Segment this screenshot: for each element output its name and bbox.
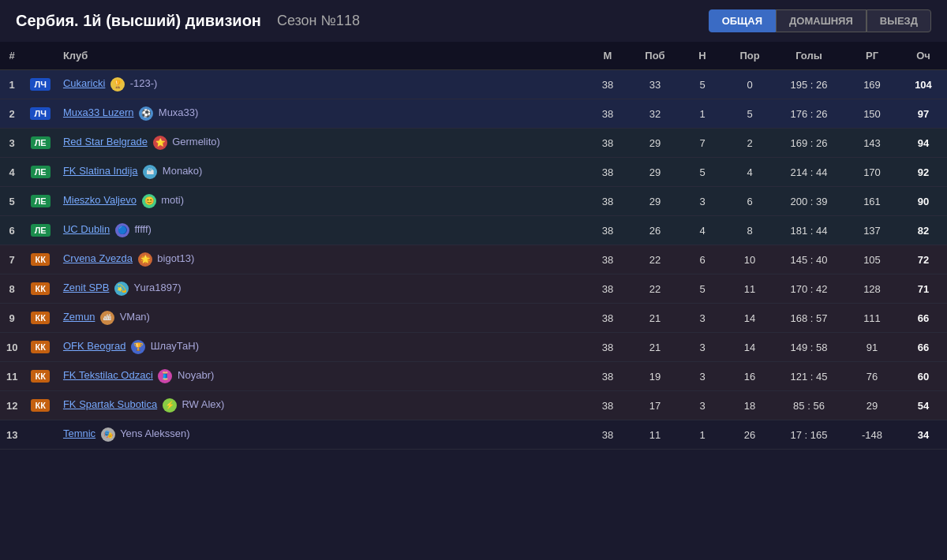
tab-home[interactable]: ДОМАШНЯЯ [776,9,867,32]
draws-cell: 1 [679,420,726,450]
matches-cell: 38 [584,333,631,362]
losses-cell: 18 [726,391,773,420]
qualification-badge: КК [31,399,49,412]
badge-cell [24,420,56,450]
rank-cell: 2 [0,99,24,129]
team-icon: 😊 [142,194,156,208]
goals-cell: 121 : 45 [773,362,844,391]
rg-cell: 111 [844,304,900,333]
matches-cell: 38 [584,274,631,304]
matches-cell: 38 [584,158,631,187]
col-rg: РГ [844,42,900,70]
rank-cell: 5 [0,187,24,216]
matches-cell: 38 [584,304,631,333]
manager-name: Yura1897) [133,282,181,293]
matches-cell: 38 [584,216,631,245]
club-name[interactable]: Zenit SPB [63,282,110,293]
club-cell: Zemun 🏙 VMan) [57,304,584,333]
club-name[interactable]: Muxa33 Luzern [63,106,134,118]
matches-cell: 38 [584,391,631,420]
team-icon: 🏆 [110,77,125,91]
badge-cell: КК [24,333,56,362]
goals-cell: 169 : 26 [773,129,844,158]
wins-cell: 22 [631,274,679,304]
rg-cell: 137 [844,216,900,245]
club-cell: Red Star Belgrade ⭐ Germelito) [57,129,584,158]
qualification-badge: КК [31,312,49,324]
badge-cell: ЛЕ [24,129,56,158]
rank-cell: 10 [0,333,24,362]
draws-cell: 5 [679,158,726,187]
manager-name: -123-) [130,77,158,89]
table-row: 7 КК Crvena Zvezda 🌟 bigot13) 38 22 6 10… [0,245,947,274]
wins-cell: 29 [631,129,679,158]
points-cell: 34 [900,420,947,450]
qualification-badge: КК [31,370,49,383]
team-icon: 🔵 [115,223,129,237]
losses-cell: 0 [726,70,773,99]
table-row: 8 КК Zenit SPB 💫 Yura1897) 38 22 5 11 17… [0,274,947,304]
goals-cell: 168 : 57 [773,304,844,333]
club-name[interactable]: Mieszko Valjevo [63,194,137,206]
club-cell: Mieszko Valjevo 😊 moti) [57,187,584,216]
draws-cell: 6 [679,245,726,274]
table-row: 12 КК FK Spartak Subotica ⚡ RW Alex) 38 … [0,391,947,420]
club-name[interactable]: OFK Beograd [63,340,126,352]
table-row: 3 ЛЕ Red Star Belgrade ⭐ Germelito) 38 2… [0,129,947,158]
tab-overall[interactable]: ОБЩАЯ [709,9,776,32]
goals-cell: 17 : 165 [773,420,844,450]
club-cell: Crvena Zvezda 🌟 bigot13) [57,245,584,274]
points-cell: 71 [900,274,947,304]
rank-cell: 4 [0,158,24,187]
rank-cell: 6 [0,216,24,245]
manager-name: bigot13) [157,252,194,264]
club-name[interactable]: Red Star Belgrade [63,136,148,147]
club-name[interactable]: Temnic [63,427,95,439]
badge-cell: ЛЕ [24,158,56,187]
manager-name: Noyabr) [178,369,214,381]
draws-cell: 4 [679,216,726,245]
draws-cell: 1 [679,99,726,129]
club-cell: UC Dublin 🔵 fffff) [57,216,584,245]
col-club: Клуб [57,42,584,70]
goals-cell: 214 : 44 [773,158,844,187]
rank-cell: 3 [0,129,24,158]
club-name[interactable]: FK Slatina Indija [63,165,138,177]
rg-cell: 76 [844,362,900,391]
club-name[interactable]: Zemun [63,311,95,323]
table-row: 5 ЛЕ Mieszko Valjevo 😊 moti) 38 29 3 6 2… [0,187,947,216]
team-icon: 💫 [114,282,129,296]
wins-cell: 29 [631,187,679,216]
team-icon: 🧵 [158,369,172,383]
goals-cell: 195 : 26 [773,70,844,99]
goals-cell: 170 : 42 [773,274,844,304]
club-name[interactable]: FK Tekstilac Odzaci [63,369,153,381]
losses-cell: 10 [726,245,773,274]
draws-cell: 3 [679,304,726,333]
wins-cell: 26 [631,216,679,245]
matches-cell: 38 [584,420,631,450]
club-cell: Muxa33 Luzern ⚽ Muxa33) [57,99,584,129]
tab-group: ОБЩАЯ ДОМАШНЯЯ ВЫЕЗД [709,9,931,32]
club-name[interactable]: Crvena Zvezda [63,252,133,264]
tab-away[interactable]: ВЫЕЗД [867,9,931,32]
points-cell: 82 [900,216,947,245]
team-icon: 🏙 [100,311,114,325]
rank-cell: 13 [0,420,24,450]
col-rank: # [0,42,24,70]
season-label: Сезон №118 [277,13,360,29]
losses-cell: 2 [726,129,773,158]
club-cell: Cukaricki 🏆 -123-) [57,70,584,99]
qualification-badge: ЛЕ [31,166,51,178]
team-icon: 🎭 [101,427,115,442]
rank-cell: 8 [0,274,24,304]
club-name[interactable]: UC Dublin [63,223,110,235]
points-cell: 72 [900,245,947,274]
club-name[interactable]: Cukaricki [63,77,105,89]
badge-cell: КК [24,304,56,333]
goals-cell: 200 : 39 [773,187,844,216]
losses-cell: 14 [726,333,773,362]
club-name[interactable]: FK Spartak Subotica [63,398,157,410]
draws-cell: 3 [679,362,726,391]
draws-cell: 3 [679,391,726,420]
